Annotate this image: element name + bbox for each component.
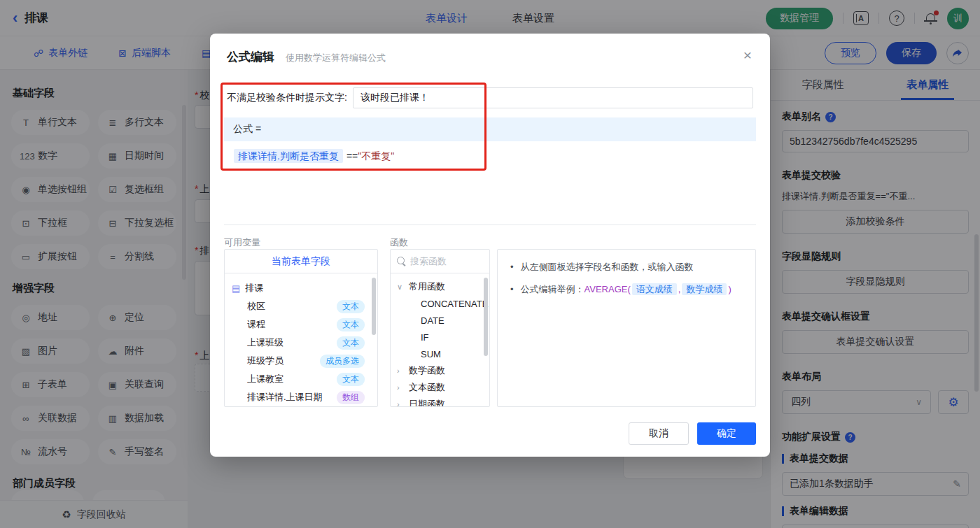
function-row[interactable]: › 数学函数 bbox=[397, 362, 489, 379]
variable-row[interactable]: 校区 文本 bbox=[232, 297, 370, 315]
caret-icon: ∨ bbox=[397, 283, 405, 292]
modal-subtitle: 使用数学运算符编辑公式 bbox=[286, 52, 386, 64]
variables-panel: 当前表单字段 ▤ 排课 校区 文本 课程 文本 bbox=[224, 249, 378, 407]
variables-label: 可用变量 bbox=[224, 236, 260, 249]
caret-icon: › bbox=[397, 383, 405, 392]
variables-scrollbar[interactable] bbox=[372, 278, 376, 335]
variable-name: 上课班级 bbox=[247, 336, 284, 349]
functions-panel: ∨ 常用函数 CONCATENATE DATE IF bbox=[390, 249, 490, 407]
cancel-button[interactable]: 取消 bbox=[629, 422, 689, 445]
variable-type-badge: 文本 bbox=[337, 300, 365, 313]
function-row-label: DATE bbox=[421, 315, 444, 326]
formula-field-token[interactable]: 排课详情.判断是否重复 bbox=[234, 149, 343, 163]
example-arg-1: 语文成绩 bbox=[632, 283, 677, 295]
variable-row[interactable]: 课程 文本 bbox=[232, 315, 370, 334]
function-search-input[interactable] bbox=[410, 256, 473, 266]
function-row[interactable]: ∨ 常用函数 bbox=[397, 278, 489, 295]
variable-name: 排课详情.上课日期 bbox=[247, 391, 323, 404]
formula-operator: == bbox=[346, 150, 358, 162]
function-row-label: SUM bbox=[421, 349, 441, 359]
modal-title: 公式编辑 bbox=[227, 49, 274, 65]
form-node-label: 排课 bbox=[245, 282, 263, 294]
function-row[interactable]: DATE bbox=[397, 312, 489, 329]
function-row-label: 日期函数 bbox=[409, 398, 445, 407]
formula-prefix-bar: 公式 = bbox=[224, 117, 756, 141]
tip-message-input[interactable] bbox=[353, 87, 753, 108]
function-row[interactable]: › 日期函数 bbox=[397, 396, 489, 407]
formula-string-value: "不重复" bbox=[358, 150, 394, 162]
function-row-label: IF bbox=[421, 332, 429, 343]
variable-type-badge: 数组 bbox=[337, 391, 365, 404]
caret-icon: › bbox=[397, 400, 405, 407]
help-bullet-1: 从左侧面板选择字段名和函数，或输入函数 bbox=[521, 260, 694, 274]
variable-type-badge: 文本 bbox=[337, 373, 365, 386]
variable-row[interactable]: 上课教室 文本 bbox=[232, 370, 370, 388]
function-row-label: 数学函数 bbox=[409, 364, 445, 377]
tab-current-form-fields[interactable]: 当前表单字段 bbox=[225, 250, 377, 273]
search-icon bbox=[397, 257, 406, 266]
help-panel: • 从左侧面板选择字段名和函数，或输入函数 • 公式编辑举例：AVERAGE(语… bbox=[497, 249, 756, 407]
formula-editor-modal: 公式编辑 使用数学运算符编辑公式 × 不满足校验条件时提示文字: 公式 = 排课… bbox=[210, 34, 770, 457]
confirm-button[interactable]: 确定 bbox=[697, 422, 756, 445]
functions-scrollbar[interactable] bbox=[484, 278, 488, 356]
form-icon: ▤ bbox=[232, 283, 240, 294]
example-function: AVERAGE( bbox=[584, 284, 631, 294]
caret-icon: › bbox=[397, 366, 405, 375]
variable-type-badge: 文本 bbox=[337, 336, 365, 350]
variable-name: 课程 bbox=[247, 318, 265, 331]
variable-row[interactable]: 班级学员 成员多选 bbox=[232, 352, 370, 370]
function-row[interactable]: › 文本函数 bbox=[397, 379, 489, 396]
formula-prefix: 公式 = bbox=[233, 123, 261, 136]
variable-row[interactable]: 上课班级 文本 bbox=[232, 334, 370, 352]
functions-label: 函数 bbox=[390, 236, 408, 249]
function-row[interactable]: SUM bbox=[397, 345, 489, 362]
variable-name: 班级学员 bbox=[247, 355, 284, 367]
form-node[interactable]: ▤ 排课 bbox=[232, 279, 370, 297]
example-arg-2: 数学成绩 bbox=[682, 283, 727, 295]
variable-name: 校区 bbox=[247, 300, 265, 313]
function-row-label: CONCATENATE bbox=[421, 299, 488, 309]
tip-message-label: 不满足校验条件时提示文字: bbox=[227, 92, 347, 104]
help-bullet-2: 公式编辑举例：AVERAGE(语文成绩,数学成绩) bbox=[521, 283, 732, 297]
function-row[interactable]: CONCATENATE bbox=[397, 295, 489, 312]
function-row-label: 常用函数 bbox=[409, 280, 445, 293]
function-row[interactable]: IF bbox=[397, 329, 489, 345]
formula-editor[interactable]: 公式 = 排课详情.判断是否重复=="不重复" bbox=[224, 117, 756, 225]
variable-type-badge: 文本 bbox=[337, 318, 365, 331]
close-icon[interactable]: × bbox=[743, 48, 752, 62]
variable-type-badge: 成员多选 bbox=[320, 355, 365, 368]
variable-name: 上课教室 bbox=[247, 373, 284, 385]
function-row-label: 文本函数 bbox=[409, 381, 445, 394]
variable-row[interactable]: 排课详情.上课日期 数组 bbox=[232, 388, 370, 406]
